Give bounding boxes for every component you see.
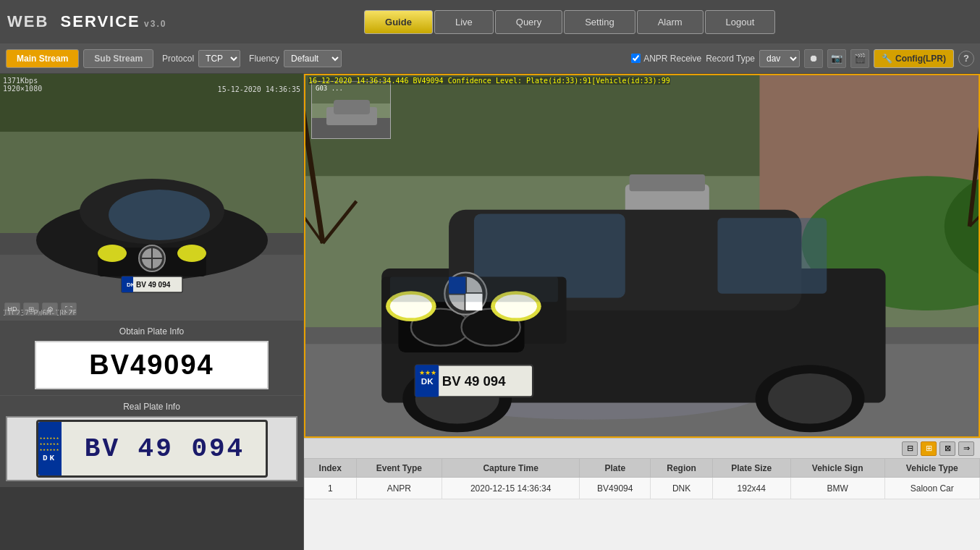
tab-alarm[interactable]: Alarm xyxy=(637,10,704,34)
table-head: Index Event Type Capture Time Plate Regi… xyxy=(305,459,980,478)
svg-text:BV 49 094: BV 49 094 xyxy=(136,281,171,289)
anpr-receive-label: ANPR Receive xyxy=(643,54,701,64)
cell-plate-size: 192x44 xyxy=(712,478,790,499)
data-table: Index Event Type Capture Time Plate Regi… xyxy=(304,458,980,499)
plate-main-text: BV 49 094 xyxy=(59,434,245,464)
fluency-select[interactable]: Default Realtime Fluency xyxy=(284,50,342,67)
svg-point-13 xyxy=(177,245,206,262)
main-scene-svg: ★★★ DK BV 49 094 xyxy=(305,75,979,436)
settings-icon[interactable]: ⚙ xyxy=(42,302,58,316)
col-capture-time: Capture Time xyxy=(442,459,580,478)
protocol-select[interactable]: TCP UDP xyxy=(198,50,240,67)
table-export-button[interactable]: ⇒ xyxy=(958,441,974,456)
main-content: DK BV 49 094 1371Kbps 1920×1080 15-12-20… xyxy=(0,74,980,550)
svg-text:G03 ...: G03 ... xyxy=(316,85,343,92)
cell-capture-time: 2020-12-15 14:36:34 xyxy=(442,478,580,499)
logo-web: WEB xyxy=(7,12,61,30)
date-overlay: 15-12-2020 14:36:35 xyxy=(218,85,300,93)
table-header-row: Index Event Type Capture Time Plate Regi… xyxy=(305,459,980,478)
main-thumbnail: G03 ... xyxy=(311,81,391,139)
svg-rect-27 xyxy=(630,174,705,191)
main-overlay-info: 16-12-2020 14:36:34.446 BV49094 Confiden… xyxy=(308,77,670,85)
left-video: DK BV 49 094 1371Kbps 1920×1080 15-12-20… xyxy=(0,74,303,320)
svg-rect-30 xyxy=(717,218,827,293)
thumbnail-svg: G03 ... xyxy=(312,82,391,139)
help-button[interactable]: ? xyxy=(958,51,974,67)
anpr-receive-checkbox[interactable] xyxy=(631,54,641,63)
cell-region: DNK xyxy=(651,478,712,499)
col-region: Region xyxy=(651,459,712,478)
tab-live[interactable]: Live xyxy=(434,10,494,34)
cell-event-type: ANPR xyxy=(356,478,442,499)
wrench-icon: 🔧 xyxy=(882,54,892,64)
main-stream-button[interactable]: Main Stream xyxy=(6,49,79,68)
fluency-label: Fluency xyxy=(249,54,279,64)
svg-rect-65 xyxy=(334,100,370,114)
video-icon-button[interactable]: 🎬 xyxy=(850,49,869,68)
tab-query[interactable]: Query xyxy=(495,10,562,34)
plate-country-code: DK xyxy=(43,454,56,462)
toolbar: Main Stream Sub Stream Protocol TCP UDP … xyxy=(0,43,980,74)
cell-vehicle-sign: BMW xyxy=(790,478,884,499)
config-lpr-label: Config(LPR) xyxy=(895,54,946,64)
snapshot-icon-button[interactable]: 📷 xyxy=(827,49,846,68)
real-plate-section: Real Plate Info ★★★★★★★★★★★★★★★★★★ DK BV… xyxy=(0,395,303,487)
table-row[interactable]: 1 ANPR 2020-12-15 14:36:34 BV49094 DNK 1… xyxy=(305,478,980,499)
logo: WEB SERVICE v3.0 xyxy=(7,12,166,31)
tab-setting[interactable]: Setting xyxy=(564,10,635,34)
right-video: ★★★ DK BV 49 094 xyxy=(304,74,980,438)
svg-rect-1 xyxy=(0,74,303,132)
plate-image-container: ★★★★★★★★★★★★★★★★★★ DK BV 49 094 xyxy=(6,416,297,481)
resolution-overlay: 1371Kbps 1920×1080 xyxy=(3,77,42,93)
logo-service: SERVICE xyxy=(61,12,140,30)
table-area: ⊟ ⊞ ⊠ ⇒ Index Event Type Capture Time Pl… xyxy=(304,438,980,550)
svg-text:DK: DK xyxy=(127,282,135,288)
svg-point-49 xyxy=(768,373,852,424)
tab-logout[interactable]: Logout xyxy=(705,10,776,34)
left-panel: DK BV 49 094 1371Kbps 1920×1080 15-12-20… xyxy=(0,74,304,550)
left-video-controls: HD ⊞ ⚙ ⛶ xyxy=(4,302,77,316)
cell-index: 1 xyxy=(305,478,357,499)
record-icon-button[interactable]: ⏺ xyxy=(804,49,823,68)
plate-stars: ★★★★★★★★★★★★★★★★★★ xyxy=(40,435,60,452)
display-icon[interactable]: ⊞ xyxy=(23,302,39,316)
main-car-scene: ★★★ DK BV 49 094 xyxy=(305,75,979,436)
protocol-label: Protocol xyxy=(162,54,194,64)
logo-version: v3.0 xyxy=(140,19,167,29)
col-plate-size: Plate Size xyxy=(712,459,790,478)
col-index: Index xyxy=(305,459,357,478)
header: WEB SERVICE v3.0 Guide Live Query Settin… xyxy=(0,0,980,43)
table-view-large-button[interactable]: ⊠ xyxy=(939,441,955,456)
config-lpr-button[interactable]: 🔧 Config(LPR) xyxy=(874,49,954,68)
svg-text:BV 49 094: BV 49 094 xyxy=(442,373,506,389)
left-scene-svg: DK BV 49 094 xyxy=(0,74,303,320)
anpr-receive-checkbox-container: ANPR Receive xyxy=(631,54,701,64)
cell-vehicle-type: Saloon Car xyxy=(884,478,979,499)
record-type-select[interactable]: dav mp4 avi xyxy=(759,50,800,67)
left-car-scene: DK BV 49 094 1371Kbps 1920×1080 15-12-20… xyxy=(0,74,303,320)
obtain-plate-title: Obtain Plate Info xyxy=(6,326,297,337)
license-plate-visual: ★★★★★★★★★★★★★★★★★★ DK BV 49 094 xyxy=(36,420,268,478)
obtain-plate-section: Obtain Plate Info BV49094 xyxy=(0,320,303,395)
table-body: 1 ANPR 2020-12-15 14:36:34 BV49094 DNK 1… xyxy=(305,478,980,499)
svg-text:★★★: ★★★ xyxy=(419,369,436,376)
col-vehicle-sign: Vehicle Sign xyxy=(790,459,884,478)
col-plate: Plate xyxy=(580,459,651,478)
real-plate-title: Real Plate Info xyxy=(6,402,297,412)
table-toolbar: ⊟ ⊞ ⊠ ⇒ xyxy=(304,438,980,458)
table-view-small-button[interactable]: ⊟ xyxy=(902,441,918,456)
table-view-medium-button[interactable]: ⊞ xyxy=(921,441,937,456)
col-event-type: Event Type xyxy=(356,459,442,478)
plate-dk-stripe: ★★★★★★★★★★★★★★★★★★ DK xyxy=(38,422,62,475)
tab-guide[interactable]: Guide xyxy=(364,10,433,34)
svg-text:DK: DK xyxy=(421,376,434,386)
hd-icon[interactable]: HD xyxy=(4,302,20,316)
col-vehicle-type: Vehicle Type xyxy=(884,459,979,478)
fullscreen-icon[interactable]: ⛶ xyxy=(61,302,77,316)
resolution-text: 1920×1080 xyxy=(3,85,42,93)
plate-number-display: BV49094 xyxy=(35,341,268,389)
record-type-label: Record Type xyxy=(706,54,755,64)
sub-stream-button[interactable]: Sub Stream xyxy=(83,49,153,68)
svg-rect-55 xyxy=(390,277,558,302)
right-panel: ★★★ DK BV 49 094 xyxy=(304,74,980,550)
